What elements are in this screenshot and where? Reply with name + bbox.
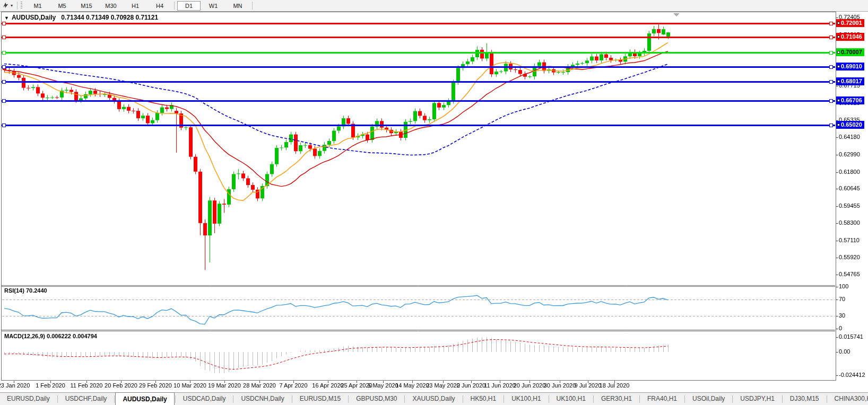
tab-separator bbox=[292, 395, 292, 403]
chevron-down-icon[interactable]: ▾ bbox=[11, 3, 13, 8]
tab-separator bbox=[827, 395, 827, 403]
chart-tab-eurusd-m15[interactable]: EURUSD,M15 bbox=[293, 393, 348, 405]
hline-price-label[interactable]: 0.68017 bbox=[836, 77, 864, 85]
chart-tab-hk50-h1[interactable]: HK50,H1 bbox=[464, 393, 504, 405]
tab-separator bbox=[593, 395, 594, 403]
hline-handle[interactable] bbox=[837, 51, 840, 54]
chart-surface[interactable] bbox=[0, 0, 868, 405]
macd-indicator-label: MACD(12,26,9) 0.006222 0.004794 bbox=[4, 333, 97, 339]
toolbar-drag-grip[interactable] bbox=[21, 2, 22, 10]
macd-tick-label: -0.024412 bbox=[839, 372, 867, 378]
tab-separator bbox=[549, 395, 549, 403]
tab-separator bbox=[639, 395, 640, 403]
chart-tab-gbpusd-m30[interactable]: GBPUSD,M30 bbox=[349, 393, 404, 405]
rsi-tick-label: 100 bbox=[839, 283, 867, 289]
chart-tab-uk100-h1[interactable]: UK100,H1 bbox=[550, 393, 593, 405]
hline-handle[interactable] bbox=[837, 80, 840, 83]
hline-handle[interactable] bbox=[837, 99, 840, 102]
tab-separator bbox=[404, 395, 405, 403]
timeframe-toolbar: ▾ M1M5M15M30H1H4D1W1MN bbox=[0, 0, 868, 12]
chart-tab-usdjpy-h1[interactable]: USDJPY,H1 bbox=[733, 393, 781, 405]
rsi-indicator-label: RSI(14) 70.2440 bbox=[4, 287, 47, 294]
hline-price-label[interactable]: 0.70007 bbox=[836, 48, 864, 56]
toolbar-separator bbox=[252, 2, 253, 10]
symbol-tab-bar: EURUSD,DailyUSDCHF,DailyAUDUSD,DailyUSDC… bbox=[0, 392, 868, 405]
macd-tick-label: 0.015741 bbox=[839, 333, 867, 340]
symbol-dropdown-icon[interactable]: ▼ bbox=[4, 15, 9, 21]
hline-handle[interactable] bbox=[837, 124, 840, 126]
chart-title: ▼AUDUSD,Daily0.71344 0.71349 0.70928 0.7… bbox=[4, 14, 158, 21]
date-tick-label: 18 Jul 2020 bbox=[593, 382, 636, 389]
timeframe-button-h4[interactable]: H4 bbox=[148, 1, 171, 11]
cursor-tool-icon bbox=[2, 1, 9, 11]
price-tick-label: 0.58300 bbox=[839, 219, 867, 226]
timeframe-button-m30[interactable]: M30 bbox=[99, 1, 123, 11]
chart-ohlc-values: 0.71344 0.71349 0.70928 0.71121 bbox=[61, 14, 158, 21]
tab-separator bbox=[684, 395, 685, 403]
chart-tab-usoil-daily[interactable]: USOil,Daily bbox=[685, 393, 732, 405]
hline-handle[interactable] bbox=[837, 22, 840, 24]
hline-price-label[interactable]: 0.71046 bbox=[836, 33, 864, 41]
chart-symbol-period: AUDUSD,Daily bbox=[12, 14, 56, 21]
price-tick-label: 0.60645 bbox=[839, 185, 867, 191]
price-tick-label: 0.59455 bbox=[839, 202, 867, 209]
hline-price-label[interactable]: 0.69010 bbox=[836, 63, 864, 71]
macd-tick-label: 0.00 bbox=[839, 348, 867, 355]
tab-separator bbox=[114, 395, 115, 403]
rsi-tick-label: 70 bbox=[839, 296, 867, 302]
tab-separator bbox=[175, 395, 176, 403]
tab-separator bbox=[57, 395, 58, 403]
timeframe-button-d1[interactable]: D1 bbox=[177, 1, 201, 11]
timeframe-button-m15[interactable]: M15 bbox=[75, 1, 98, 11]
chart-tab-ger30-h1[interactable]: GER30,H1 bbox=[594, 393, 639, 405]
tab-separator bbox=[782, 395, 783, 403]
chart-tab-eurusd-daily[interactable]: EURUSD,Daily bbox=[0, 393, 57, 405]
price-tick-label: 0.62990 bbox=[839, 151, 867, 157]
toolbar-separator bbox=[17, 2, 18, 10]
chart-tab-china300-h4[interactable]: CHINA300,H4 bbox=[828, 393, 868, 405]
tab-separator bbox=[504, 395, 504, 403]
chart-tab-usdchf-daily[interactable]: USDCHF,Daily bbox=[58, 393, 114, 405]
tab-separator bbox=[463, 395, 463, 403]
tab-separator bbox=[233, 395, 233, 403]
timeframe-button-h1[interactable]: H1 bbox=[124, 1, 147, 11]
timeframe-button-m5[interactable]: M5 bbox=[50, 1, 74, 11]
hline-price-label[interactable]: 0.65020 bbox=[836, 121, 864, 129]
hline-price-label[interactable]: 0.66706 bbox=[836, 96, 864, 104]
hline-handle[interactable] bbox=[837, 36, 840, 38]
price-tick-label: 0.61800 bbox=[839, 169, 867, 175]
cursor-tool-button[interactable]: ▾ bbox=[0, 0, 15, 11]
chart-tab-audusd-daily[interactable]: AUDUSD,Daily bbox=[115, 392, 174, 405]
timeframe-button-w1[interactable]: W1 bbox=[202, 1, 225, 11]
timeframe-button-m1[interactable]: M1 bbox=[26, 1, 49, 11]
hline-price-label[interactable]: 0.72001 bbox=[836, 19, 864, 27]
hline-handle[interactable] bbox=[837, 65, 840, 68]
chart-tab-usdcnh-daily[interactable]: USDCNH,Daily bbox=[234, 393, 291, 405]
price-tick-label: 0.64180 bbox=[839, 134, 867, 140]
timeframe-button-mn[interactable]: MN bbox=[226, 1, 249, 11]
price-tick-label: 0.57110 bbox=[839, 237, 867, 243]
toolbar-separator bbox=[174, 2, 175, 10]
rsi-tick-label: 30 bbox=[839, 312, 867, 319]
chart-tab-uk100-h1[interactable]: UK100,H1 bbox=[505, 393, 548, 405]
chart-tab-xauusd-daily[interactable]: XAUUSD,Daily bbox=[405, 393, 462, 405]
price-tick-label: 0.55920 bbox=[839, 254, 867, 260]
price-tick-label: 0.54765 bbox=[839, 271, 867, 277]
chart-tab-fra40-h1[interactable]: FRA40,H1 bbox=[640, 393, 684, 405]
chart-tab-usdcad-daily[interactable]: USDCAD,Daily bbox=[176, 393, 233, 405]
tab-separator bbox=[348, 395, 349, 403]
chart-tab-dj30-m15[interactable]: DJ30,M15 bbox=[783, 393, 826, 405]
rsi-tick-label: 0 bbox=[839, 325, 867, 331]
tab-separator bbox=[732, 395, 733, 403]
